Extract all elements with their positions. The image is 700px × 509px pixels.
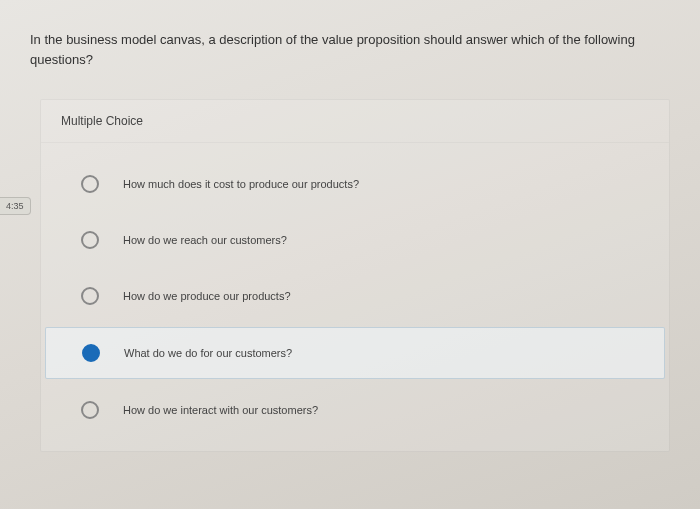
option-text: How much does it cost to produce our pro… [123,178,359,190]
option-text: What do we do for our customers? [124,347,292,359]
option-3[interactable]: What do we do for our customers? [45,327,665,379]
radio-icon [81,401,99,419]
radio-icon [81,287,99,305]
radio-icon [82,344,100,362]
option-text: How do we reach our customers? [123,234,287,246]
question-content: In the business model canvas, a descript… [30,32,635,67]
option-4[interactable]: How do we interact with our customers? [51,385,659,435]
timer-value: 4:35 [6,201,24,211]
option-1[interactable]: How do we reach our customers? [51,215,659,265]
option-0[interactable]: How much does it cost to produce our pro… [51,159,659,209]
option-text: How do we produce our products? [123,290,291,302]
radio-icon [81,175,99,193]
options-container: How much does it cost to produce our pro… [41,143,669,451]
answer-panel: Multiple Choice How much does it cost to… [40,99,670,452]
panel-header-text: Multiple Choice [61,114,143,128]
timer-badge: 4:35 [0,197,31,215]
panel-header: Multiple Choice [41,100,669,143]
option-2[interactable]: How do we produce our products? [51,271,659,321]
question-text: In the business model canvas, a descript… [0,0,700,89]
radio-icon [81,231,99,249]
option-text: How do we interact with our customers? [123,404,318,416]
